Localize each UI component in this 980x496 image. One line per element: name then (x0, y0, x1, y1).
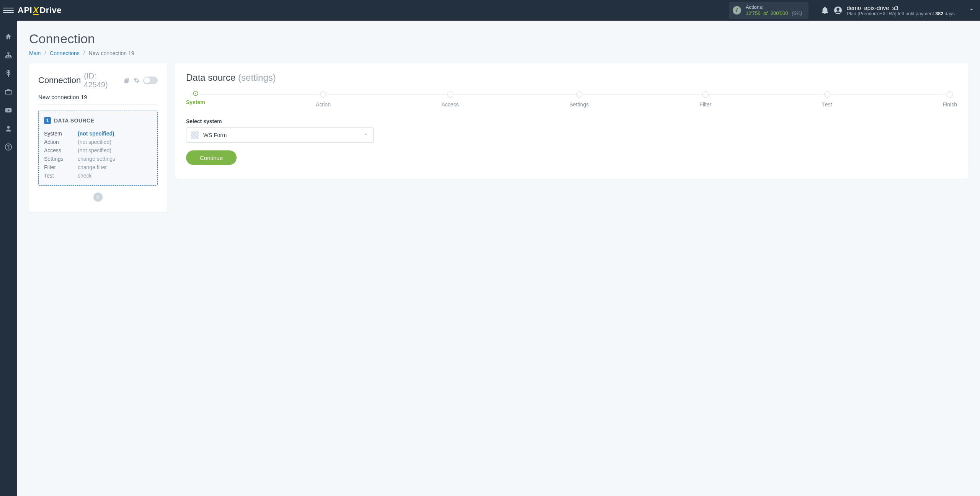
user-icon (5, 125, 12, 132)
step-label: Settings (570, 101, 589, 108)
source-step-badge: 1 (44, 117, 51, 124)
svg-point-3 (7, 126, 10, 129)
connection-card-title: Connection (38, 75, 81, 85)
wizard-step-access[interactable]: Access (441, 91, 459, 108)
source-row[interactable]: Testcheck (44, 171, 152, 180)
wizard-step-settings[interactable]: Settings (570, 91, 589, 108)
rail-home[interactable] (4, 32, 13, 41)
sitemap-icon (5, 51, 12, 59)
dollar-icon (5, 70, 12, 77)
breadcrumb-main[interactable]: Main (29, 50, 41, 56)
continue-button[interactable]: Continue (186, 150, 237, 165)
source-heading: DATA SOURCE (54, 117, 95, 124)
briefcase-icon (5, 88, 12, 96)
wizard-step-finish[interactable]: Finish (943, 91, 957, 108)
select-system-dropdown[interactable]: WS Form (186, 127, 374, 143)
source-row-key: Action (44, 138, 78, 146)
connection-id: (ID: 42549) (84, 72, 121, 89)
step-label: Test (822, 101, 832, 108)
step-dot-icon (194, 91, 198, 95)
source-row-value[interactable]: (not specified) (78, 129, 152, 138)
actions-label: Actions: (746, 4, 802, 10)
right-card-title: Data source (settings) (186, 72, 957, 83)
breadcrumb-current: New connection 19 (89, 50, 134, 56)
step-dot-icon (576, 91, 582, 98)
user-plan: Plan |Premium EXTRA| left until payment … (847, 11, 955, 16)
rail-billing[interactable] (4, 69, 13, 78)
source-row-key: Test (44, 171, 78, 180)
source-row-value: (not specified) (78, 138, 152, 146)
system-logo-icon (191, 131, 199, 139)
left-rail (0, 21, 17, 496)
help-icon (5, 143, 12, 151)
connection-name: New connection 19 (38, 94, 158, 104)
chevron-down-icon (969, 7, 975, 13)
brand-part2: Drive (39, 5, 62, 15)
step-label: Filter (699, 101, 711, 108)
step-dot-icon (702, 91, 709, 98)
info-icon: i (733, 6, 741, 15)
user-menu[interactable]: demo_apix-drive_s3 Plan |Premium EXTRA| … (834, 5, 975, 16)
source-row-key: Settings (44, 155, 78, 163)
source-row[interactable]: Settingschange settings (44, 155, 152, 163)
wizard-step-filter[interactable]: Filter (699, 91, 711, 108)
selected-system: WS Form (203, 132, 359, 138)
step-label: Access (441, 101, 459, 108)
data-source-settings-card: Data source (settings) SystemActionAcces… (175, 63, 968, 179)
step-dot-icon (824, 91, 830, 98)
breadcrumb: Main / Connections / New connection 19 (29, 50, 968, 56)
source-row[interactable]: Access(not specified) (44, 146, 152, 155)
source-row[interactable]: Filterchange filter (44, 163, 152, 171)
actions-value: 12'756 of 200'000 (6%) (746, 10, 802, 16)
menu-toggle[interactable] (3, 5, 14, 16)
chevron-down-icon (363, 132, 369, 137)
step-dot-icon (447, 91, 453, 98)
source-row[interactable]: System(not specified) (44, 129, 152, 138)
step-label: System (186, 99, 205, 105)
step-dot-icon (947, 91, 953, 98)
brand-x: X (33, 7, 39, 15)
step-label: Action (316, 101, 331, 108)
source-row-key: System (44, 129, 78, 138)
source-row-value: change filter (78, 163, 152, 171)
source-row-value: check (78, 171, 152, 180)
user-name: demo_apix-drive_s3 (847, 5, 955, 11)
add-destination-button[interactable]: + (93, 193, 103, 202)
gear-icon[interactable] (133, 77, 140, 84)
brand-part1: API (18, 5, 32, 15)
connection-summary-card: Connection (ID: 42549) New connection 19… (29, 63, 167, 212)
wizard-step-test[interactable]: Test (822, 91, 832, 108)
brand-logo[interactable]: API X Drive (18, 5, 62, 15)
source-properties-table: System(not specified)Action(not specifie… (44, 129, 152, 180)
rail-briefcase[interactable] (4, 87, 13, 96)
wizard-stepper: SystemActionAccessSettingsFilterTestFini… (186, 91, 957, 108)
rail-connections[interactable] (4, 51, 13, 60)
page-title: Connection (29, 31, 968, 46)
rail-help[interactable] (4, 142, 13, 152)
source-row-value: change settings (78, 155, 152, 163)
user-menu-chevron[interactable] (969, 7, 975, 14)
home-icon (5, 33, 12, 41)
wizard-step-system[interactable]: System (186, 91, 205, 105)
svg-point-1 (836, 8, 839, 11)
source-row-value: (not specified) (78, 146, 152, 155)
source-row-key: Access (44, 146, 78, 155)
youtube-icon (5, 106, 12, 114)
user-avatar-icon (834, 6, 842, 15)
wizard-step-action[interactable]: Action (316, 91, 331, 108)
topbar: API X Drive i Actions: 12'756 of 200'000… (0, 0, 980, 21)
copy-icon[interactable] (124, 77, 130, 84)
step-label: Finish (943, 101, 957, 108)
bell-icon (821, 6, 829, 15)
page: Connection Main / Connections / New conn… (17, 21, 980, 223)
rail-video[interactable] (4, 106, 13, 115)
notifications-button[interactable] (821, 6, 829, 15)
step-dot-icon (320, 91, 326, 98)
actions-counter[interactable]: i Actions: 12'756 of 200'000 (6%) (729, 2, 808, 18)
source-row-key: Filter (44, 163, 78, 171)
source-row[interactable]: Action(not specified) (44, 138, 152, 146)
data-source-box[interactable]: 1 DATA SOURCE System(not specified)Actio… (38, 111, 158, 186)
connection-enable-toggle[interactable] (143, 77, 158, 84)
breadcrumb-connections[interactable]: Connections (50, 50, 80, 56)
rail-account[interactable] (4, 124, 13, 133)
